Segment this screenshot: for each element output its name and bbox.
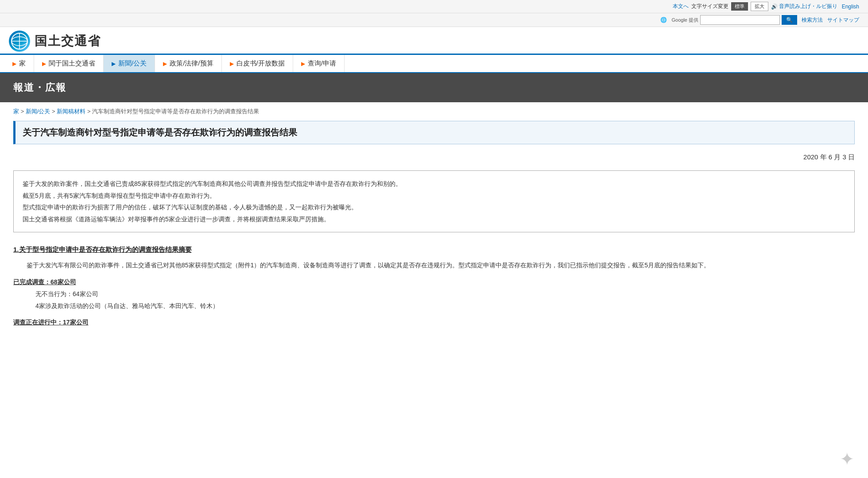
site-title: 国土交通省 [35,33,101,50]
text-link[interactable]: 本文へ [673,3,689,10]
date-line: 2020 年 6 月 3 日 [13,153,855,162]
sitemap-link[interactable]: サイトマップ [827,16,859,24]
nav-arrow-icon: ▶ [42,61,46,67]
breadcrumb-sep1: > [21,108,26,115]
font-size-label: 文字サイズ変更 [691,3,728,10]
completed-label: 已完成调查：68家公司 [13,278,855,286]
no-issues-item: 无不当行为：64家公司 [13,288,855,300]
breadcrumb-sep2: > [52,108,57,115]
search-bar: 🌐 Google 提供 🔍 検索方法 サイトマップ [0,13,868,27]
nav-arrow-icon: ▶ [163,61,167,67]
breadcrumb-press[interactable]: 新闻稿材料 [57,108,85,115]
breadcrumb-home[interactable]: 家 [13,108,19,115]
top-bar-right: English [842,4,859,10]
nav-inquiry-label: 查询/申请 [308,59,336,68]
summary-line-4: 国土交通省将根据《道路运输车辆法》对举报事件的5家企业进行进一步调查，并将根据调… [23,213,845,225]
english-link[interactable]: English [842,4,859,10]
nav-whitepaper-label: 白皮书/开放数据 [236,59,285,68]
nav-about[interactable]: ▶ 関于国土交通省 [34,55,104,72]
top-utility-bar: 本文へ 文字サイズ変更 標準 拡大 🔊 音声読み上げ・ルビ振り English [0,0,868,13]
nav-inquiry[interactable]: ▶ 查询/申请 [293,55,345,72]
nav-news-label: 新聞/公关 [118,59,147,68]
search-input[interactable] [700,15,780,25]
nav-arrow-icon: ▶ [112,61,116,67]
nav-home[interactable]: ▶ 家 [4,55,34,72]
section-header: 報道・広報 [0,73,868,102]
nav-arrow-icon: ▶ [12,61,16,67]
site-header: 国土交通省 [0,27,868,55]
logo-icon [9,31,30,52]
page-title-box: 关于汽车制造商针对型号指定申请等是否存在欺诈行为的调查报告结果 [13,121,855,144]
summary-line-3: 型式指定申请中的欺诈行为损害了用户的信任，破坏了汽车认证制度的基础，令人极为遗憾… [23,201,845,213]
sound-button[interactable]: 🔊 音声読み上げ・ルビ振り [771,3,837,10]
nav-news[interactable]: ▶ 新聞/公关 [104,55,155,72]
section-header-title: 報道・広報 [13,82,66,93]
search-group: Google 提供 🔍 [671,15,797,25]
top-bar-left: 本文へ 文字サイズ変更 標準 拡大 🔊 音声読み上げ・ルビ振り [673,2,837,11]
section1-body: 鉴于大发汽车有限公司的欺诈事件，国土交通省已对其他85家获得型式指定（附件1）的… [13,259,855,271]
section1-heading: 1.关于型号指定申请中是否存在欺诈行为的调查报告结果摘要 [13,246,855,254]
summary-line-2: 截至5月底，共有5家汽车制造商举报在型号指定申请中存在欺诈行为。 [23,190,845,202]
nav-arrow-icon: ▶ [230,61,234,67]
nav-whitepaper[interactable]: ▶ 白皮书/开放数据 [222,55,293,72]
content-area: 2020 年 6 月 3 日 鉴于大发的欺诈案件，国土交通省已责成85家获得型式… [0,153,868,346]
breadcrumb-sep3: > [87,108,92,115]
logo-area: 国土交通省 [9,31,101,52]
page-title: 关于汽车制造商针对型号指定申请等是否存在欺诈行为的调查报告结果 [23,127,847,139]
font-large-button[interactable]: 拡大 [751,2,768,11]
ongoing-label: 调查正在进行中：17家公司 [13,319,855,327]
globe-icon: 🌐 [660,17,667,23]
summary-line-1: 鉴于大发的欺诈案件，国土交通省已责成85家获得型式指定的汽车制造商和其他公司调查… [23,178,845,190]
google-label: Google 提供 [671,17,698,23]
nav-policy[interactable]: ▶ 政策/法律/预算 [155,55,221,72]
breadcrumb-current: 汽车制造商针对型号指定申请等是否存在欺诈行为的调查报告结果 [92,108,259,115]
breadcrumb: 家 > 新闻/公关 > 新闻稿材料 > 汽车制造商针对型号指定申请等是否存在欺诈… [0,102,868,121]
nav-policy-label: 政策/法律/预算 [170,59,213,68]
nav-arrow-icon: ▶ [301,61,305,67]
search-method-link[interactable]: 検索方法 [802,16,823,24]
nav-home-label: 家 [19,59,26,68]
search-button[interactable]: 🔍 [782,15,797,25]
font-standard-button[interactable]: 標準 [731,2,748,11]
speaker-icon: 🔊 [771,4,778,10]
breadcrumb-news[interactable]: 新闻/公关 [26,108,50,115]
issues-item: 4家涉及欺诈活动的公司（马自达、雅马哈汽车、本田汽车、铃木） [13,300,855,312]
nav-about-label: 関于国土交通省 [49,59,95,68]
navigation: ▶ 家 ▶ 関于国土交通省 ▶ 新聞/公关 ▶ 政策/法律/预算 ▶ 白皮书/开… [0,55,868,73]
summary-box: 鉴于大发的欺诈案件，国土交通省已责成85家获得型式指定的汽车制造商和其他公司调查… [13,170,855,232]
